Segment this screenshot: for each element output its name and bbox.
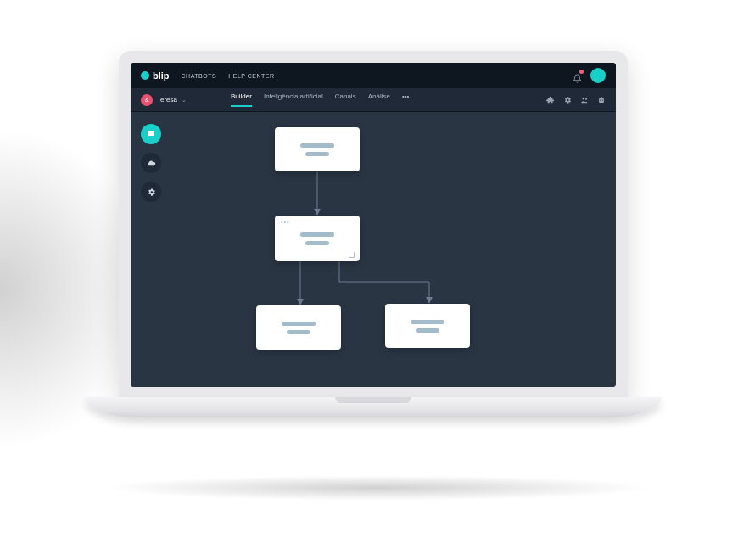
node-line-icon	[416, 328, 440, 333]
svg-point-4	[602, 99, 603, 100]
builder-canvas[interactable]: •••	[131, 112, 616, 387]
node-line-icon	[287, 330, 311, 334]
tab-more[interactable]: •••	[402, 92, 409, 107]
user-avatar-icon: &	[141, 94, 153, 106]
laptop-notch	[335, 397, 411, 403]
flow-node[interactable]	[385, 304, 470, 348]
flow-node[interactable]	[275, 127, 360, 171]
notification-dot-icon	[579, 70, 584, 74]
svg-point-1	[585, 98, 587, 99]
node-line-icon	[300, 143, 334, 148]
drag-handle-icon[interactable]: •••	[281, 219, 289, 225]
node-line-icon	[300, 232, 334, 237]
puzzle-icon[interactable]	[546, 96, 555, 104]
laptop-shadow	[102, 475, 653, 501]
subbar: & Teresa ⌄ Builder Inteligência artifici…	[131, 88, 616, 112]
team-icon[interactable]	[580, 96, 589, 104]
user-switcher[interactable]: & Teresa ⌄	[141, 94, 187, 106]
brand-logo[interactable]: blip	[141, 70, 170, 81]
laptop-screen-frame: blip CHATBOTS HELP CENTER & Teresa ⌄	[119, 51, 628, 399]
avatar[interactable]	[590, 68, 606, 83]
topnav-help-center[interactable]: HELP CENTER	[228, 73, 274, 79]
topnav-chatbots[interactable]: CHATBOTS	[182, 73, 217, 79]
brand-name: blip	[153, 70, 170, 81]
topbar: blip CHATBOTS HELP CENTER	[131, 63, 616, 88]
nav-tabs: Builder Inteligência artificial Canais A…	[231, 92, 409, 107]
flow-node[interactable]: •••	[275, 216, 360, 261]
resize-handle-icon[interactable]	[349, 252, 355, 258]
topbar-right	[573, 68, 606, 83]
laptop-base	[85, 397, 662, 417]
svg-point-6	[601, 96, 601, 97]
chevron-down-icon: ⌄	[182, 97, 187, 104]
laptop-mockup: blip CHATBOTS HELP CENTER & Teresa ⌄	[85, 51, 662, 458]
node-line-icon	[305, 152, 330, 156]
flow: •••	[131, 112, 616, 387]
logo-dot-icon	[141, 71, 149, 80]
svg-rect-2	[599, 98, 604, 102]
tab-analytics[interactable]: Análise	[368, 92, 390, 107]
node-line-icon	[282, 322, 316, 326]
app-screen: blip CHATBOTS HELP CENTER & Teresa ⌄	[131, 63, 616, 387]
svg-point-3	[600, 99, 601, 100]
flow-node[interactable]	[256, 305, 341, 350]
tab-builder[interactable]: Builder	[231, 92, 252, 107]
node-line-icon	[305, 241, 330, 245]
tab-channels[interactable]: Canais	[335, 92, 356, 107]
bell-icon[interactable]	[573, 71, 582, 81]
subbar-right	[546, 96, 606, 104]
robot-icon[interactable]	[597, 96, 606, 104]
node-line-icon	[411, 320, 444, 324]
user-name: Teresa	[157, 96, 177, 104]
svg-point-0	[583, 98, 585, 100]
tab-ai[interactable]: Inteligência artificial	[264, 92, 323, 107]
settings-icon[interactable]	[563, 96, 572, 104]
